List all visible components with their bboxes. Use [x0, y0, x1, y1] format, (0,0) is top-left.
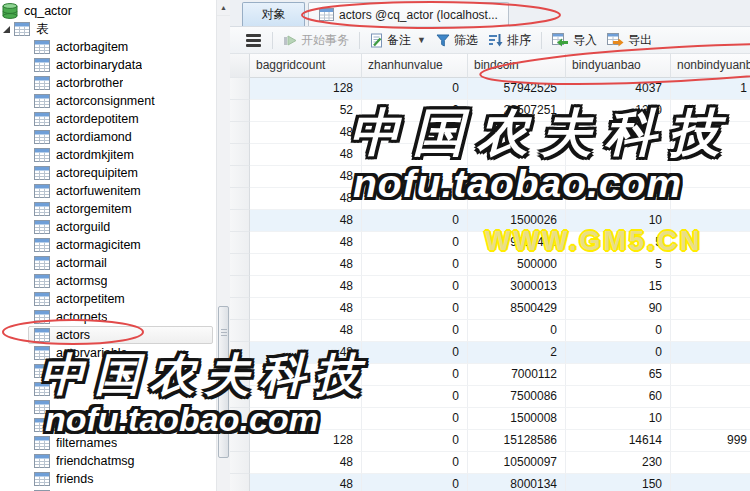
- begin-transaction-button[interactable]: 开始事务: [278, 29, 354, 51]
- table-row[interactable]: 48000: [230, 320, 750, 342]
- cell[interactable]: 0: [566, 320, 671, 342]
- sidebar-item-actorpets[interactable]: actorpets: [0, 308, 216, 326]
- sidebar-item-actors[interactable]: actors: [28, 326, 213, 344]
- cell[interactable]: 48: [250, 298, 362, 320]
- row-selector[interactable]: [230, 232, 250, 254]
- sidebar-item-actorbinarydata[interactable]: actorbinarydata: [0, 56, 216, 74]
- table-row[interactable]: 48: [230, 188, 750, 210]
- sidebar-item-actorpetitem[interactable]: actorpetitem: [0, 290, 216, 308]
- sidebar-item-filternames[interactable]: filternames: [0, 434, 216, 452]
- row-selector[interactable]: [230, 210, 250, 232]
- cell[interactable]: [362, 188, 468, 210]
- cell[interactable]: [671, 364, 750, 386]
- column-header-bindyuanbao[interactable]: bindyuanbao: [566, 54, 671, 78]
- tab-objects[interactable]: 对象: [242, 2, 305, 26]
- sidebar-item-actormsg[interactable]: actormsg: [0, 272, 216, 290]
- sidebar-item-tables-node[interactable]: 表: [0, 20, 216, 38]
- cell[interactable]: 7000112: [468, 364, 566, 386]
- sidebar-item-friends[interactable]: friends: [0, 470, 216, 488]
- row-selector[interactable]: [230, 188, 250, 210]
- column-header-nonbindyuanbao[interactable]: nonbindyuanbao: [671, 54, 750, 78]
- table-row[interactable]: 4808000134150: [230, 474, 750, 491]
- cell[interactable]: [671, 254, 750, 276]
- cell[interactable]: 14614: [566, 430, 671, 452]
- sidebar-item-friendchatmsg[interactable]: friendchatmsg: [0, 452, 216, 470]
- row-selector[interactable]: [230, 122, 250, 144]
- cell[interactable]: 150: [566, 474, 671, 491]
- cell[interactable]: [468, 188, 566, 210]
- sidebar-item-hidden[interactable]: [0, 362, 216, 380]
- table-row[interactable]: 480300001315: [230, 276, 750, 298]
- cell[interactable]: 48: [250, 210, 362, 232]
- cell[interactable]: 48: [250, 188, 362, 210]
- cell[interactable]: 48: [250, 144, 362, 166]
- cell[interactable]: 0: [566, 342, 671, 364]
- cell[interactable]: 0: [362, 386, 468, 408]
- cell[interactable]: [671, 166, 750, 188]
- cell[interactable]: 48: [250, 254, 362, 276]
- cell[interactable]: 48: [250, 452, 362, 474]
- cell[interactable]: 5: [566, 232, 671, 254]
- row-selector[interactable]: [230, 364, 250, 386]
- sidebar-item-hidden[interactable]: [0, 380, 216, 398]
- cell[interactable]: [250, 408, 362, 430]
- cell[interactable]: 0: [362, 408, 468, 430]
- sidebar-item-actordmkjitem[interactable]: actordmkjitem: [0, 146, 216, 164]
- sidebar-item-actormagicitem[interactable]: actormagicitem: [0, 236, 216, 254]
- cell[interactable]: 2: [468, 342, 566, 364]
- cell[interactable]: [566, 122, 671, 144]
- row-selector[interactable]: [230, 276, 250, 298]
- cell[interactable]: 48: [250, 474, 362, 491]
- sidebar-item-actorbrother[interactable]: actorbrother: [0, 74, 216, 92]
- cell[interactable]: 48: [250, 122, 362, 144]
- table-row[interactable]: 0700011265: [230, 364, 750, 386]
- sidebar-item-hidden[interactable]: [0, 398, 216, 416]
- cell[interactable]: 3000013: [468, 276, 566, 298]
- table-row[interactable]: 48: [230, 166, 750, 188]
- cell[interactable]: [671, 210, 750, 232]
- sidebar-scrollbar[interactable]: ▲: [216, 0, 230, 491]
- row-selector[interactable]: [230, 386, 250, 408]
- cell[interactable]: [671, 188, 750, 210]
- table-row[interactable]: 0750008660: [230, 386, 750, 408]
- column-header-zhanhunvalue[interactable]: zhanhunvalue: [362, 54, 468, 78]
- table-row[interactable]: 48010500097230: [230, 452, 750, 474]
- cell[interactable]: 48: [250, 166, 362, 188]
- row-selector[interactable]: [230, 430, 250, 452]
- table-row[interactable]: 520285072511270: [230, 100, 750, 122]
- sort-button[interactable]: 排序: [483, 29, 536, 51]
- cell[interactable]: 0: [362, 430, 468, 452]
- cell[interactable]: 0: [362, 254, 468, 276]
- sidebar-item-actorguild[interactable]: actorguild: [0, 218, 216, 236]
- cell[interactable]: [362, 144, 468, 166]
- expand-arrow-icon[interactable]: [3, 26, 10, 33]
- sidebar-item-actorconsignment[interactable]: actorconsignment: [0, 92, 216, 110]
- cell[interactable]: 48: [250, 232, 362, 254]
- cell[interactable]: 10: [566, 210, 671, 232]
- cell[interactable]: 28507251: [468, 100, 566, 122]
- cell[interactable]: 0: [362, 210, 468, 232]
- cell[interactable]: 8000134: [468, 474, 566, 491]
- cell[interactable]: [468, 144, 566, 166]
- cell[interactable]: [566, 144, 671, 166]
- cell[interactable]: 10: [566, 408, 671, 430]
- cell[interactable]: 128: [250, 78, 362, 100]
- row-selector[interactable]: [230, 342, 250, 364]
- row-selector[interactable]: [230, 254, 250, 276]
- cell[interactable]: 999: [671, 430, 750, 452]
- cell[interactable]: 1500008: [468, 408, 566, 430]
- sidebar-item-actorbagitem[interactable]: actorbagitem: [0, 38, 216, 56]
- cell[interactable]: [468, 122, 566, 144]
- sidebar-item-actormail[interactable]: actormail: [0, 254, 216, 272]
- cell[interactable]: [671, 122, 750, 144]
- table-row[interactable]: 4805000005: [230, 254, 750, 276]
- cell[interactable]: 52: [250, 100, 362, 122]
- cell[interactable]: 0: [362, 452, 468, 474]
- cell[interactable]: [671, 342, 750, 364]
- row-selector[interactable]: [230, 320, 250, 342]
- cell[interactable]: 500000: [468, 254, 566, 276]
- cell[interactable]: 128: [250, 430, 362, 452]
- cell[interactable]: 0: [468, 320, 566, 342]
- cell[interactable]: 0: [362, 276, 468, 298]
- cell[interactable]: 48: [250, 320, 362, 342]
